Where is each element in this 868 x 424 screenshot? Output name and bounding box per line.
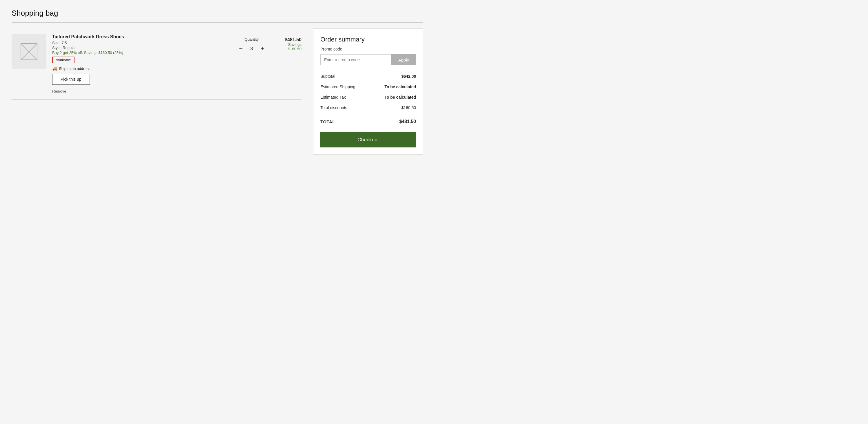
order-summary: Order summary Promo code Apply Subtotal … [313,28,423,155]
summary-row-discounts: Total discounts -$160.50 [320,103,416,113]
ship-label: Ship to an address [59,66,90,71]
summary-row-shipping: Estimated Shipping To be calculated [320,82,416,92]
remove-button[interactable]: Remove [52,89,66,93]
total-value: $481.50 [399,119,416,124]
tax-label: Estimated Tax [320,95,346,100]
product-style: Style: Regular [52,46,231,50]
product-name: Tailored Patchwork Dress Shoes [52,34,231,39]
quantity-decrease-button[interactable]: − [237,45,245,53]
tax-value: To be calculated [384,95,416,100]
discounts-value: -$160.50 [400,105,416,110]
promo-code-input[interactable] [320,54,391,65]
savings-label: Savings [273,43,302,47]
savings-amount: $160.50 [273,47,302,51]
apply-button[interactable]: Apply [391,54,416,65]
discounts-label: Total discounts [320,105,347,110]
price-section: $481.50 Savings $160.50 [273,34,302,93]
promo-code-label: Promo code [320,47,416,51]
quantity-increase-button[interactable]: + [258,45,267,53]
total-row: TOTAL $481.50 [320,115,416,128]
shipping-value: To be calculated [384,84,416,89]
quantity-controls: − 3 + [237,45,267,53]
summary-row-tax: Estimated Tax To be calculated [320,92,416,103]
subtotal-label: Subtotal [320,74,335,79]
ship-option: 🚚 Ship to an address [52,66,231,71]
quantity-section: Quantity − 3 + [237,34,267,93]
truck-icon: 🚚 [52,66,57,71]
summary-row-subtotal: Subtotal $642.00 [320,71,416,82]
subtotal-value: $642.00 [401,74,416,79]
price-main: $481.50 [273,37,302,43]
cart-section: Tailored Patchwork Dress Shoes Size: 7.5… [11,28,302,100]
image-icon [20,43,38,60]
summary-title: Order summary [320,36,416,43]
checkout-button[interactable]: Checkout [320,132,416,147]
product-size: Size: 7.5 [52,40,231,45]
promo-code-row: Apply [320,54,416,65]
quantity-label: Quantity [245,37,258,41]
promo-text: Buy 2 get 25% off: Savings $160.50 (25%) [52,51,231,55]
shipping-label: Estimated Shipping [320,84,355,89]
availability-badge: Available [52,57,74,63]
product-details: Tailored Patchwork Dress Shoes Size: 7.5… [52,34,231,93]
cart-item: Tailored Patchwork Dress Shoes Size: 7.5… [11,28,302,100]
pickup-button[interactable]: Pick this up [52,74,90,85]
content-area: Tailored Patchwork Dress Shoes Size: 7.5… [11,28,423,155]
quantity-value: 3 [248,46,255,51]
header-divider [11,22,423,23]
page-title: Shopping bag [11,9,423,18]
summary-divider [320,114,416,114]
product-image [11,34,46,69]
total-label: TOTAL [320,119,335,124]
